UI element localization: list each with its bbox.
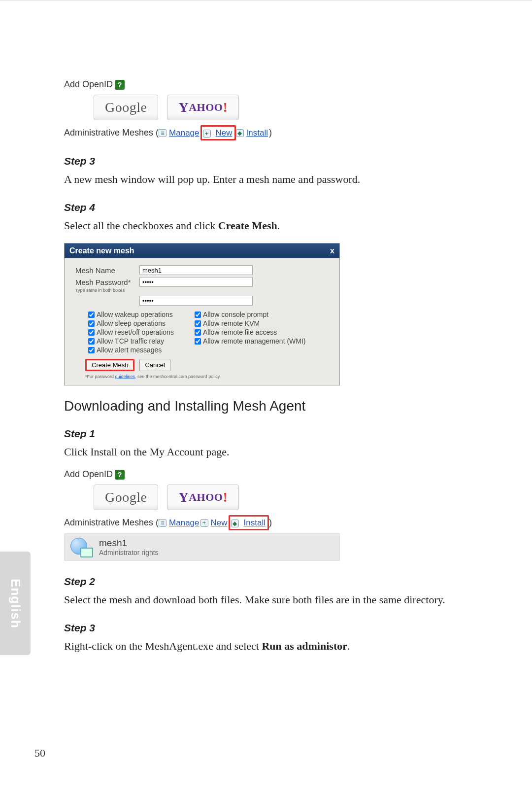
manage-icon-2: ≡	[159, 519, 166, 527]
install-icon: ◆	[236, 129, 244, 137]
b-step3-label: Step 3	[64, 622, 478, 634]
new-link-highlight: + New	[200, 125, 236, 140]
help-icon: ?	[115, 80, 125, 90]
plus-icon-2: +	[200, 519, 208, 527]
mesh-role: Administrator rights	[99, 549, 159, 556]
yahoo-button-2[interactable]: YAHOO!	[167, 485, 239, 510]
new-link-2[interactable]: New	[210, 518, 229, 528]
checkbox-grid: Allow wakeup operations Allow console pr…	[88, 311, 332, 354]
chk-alert[interactable]	[88, 347, 95, 353]
chk-kvm[interactable]	[195, 320, 201, 327]
figure-openid-install: Add OpenID ? Google YAHOO! Administrativ…	[64, 469, 320, 561]
yahoo-y: Y	[178, 100, 189, 115]
install-link-highlight: ◆ Install	[229, 515, 269, 530]
mesh-icon	[69, 537, 93, 557]
step3-text: A new mesh window will pop up. Enter a m…	[64, 171, 478, 188]
create-mesh-dialog: Create new mesh x Mesh Name Mesh Passwor…	[64, 243, 340, 385]
monitor-icon	[80, 548, 93, 557]
admin-meshes-label: Administrative Meshes (	[64, 128, 159, 138]
cancel-button[interactable]: Cancel	[139, 359, 170, 371]
language-tab: English	[0, 552, 31, 655]
install-icon-2: ◆	[231, 520, 239, 527]
chk-wmi[interactable]	[195, 338, 201, 345]
step4-bold: Create Mesh	[218, 219, 277, 232]
dialog-body: Mesh Name Mesh Password* Type same in bo…	[65, 258, 339, 379]
section-heading: Downloading and Installing Mesh Agent	[64, 398, 478, 414]
help-icon-2: ?	[115, 470, 125, 480]
chk-wakeup[interactable]	[88, 312, 95, 318]
mesh-password-input-2[interactable]	[139, 296, 253, 306]
step4-pre: Select all the checkboxes and click	[64, 219, 218, 232]
document-page: Add OpenID ? Google YAHOO! Administrativ…	[0, 25, 532, 655]
chk-sleep[interactable]	[88, 320, 95, 327]
password-hint: Type same in both boxes	[75, 288, 332, 293]
admin-meshes-row: Administrative Meshes ( ≡ Manage + New ◆…	[64, 125, 320, 140]
mesh-password-label: Mesh Password*	[75, 278, 139, 286]
dialog-footnote: *For password guidelines, see the meshce…	[85, 374, 332, 379]
add-openid-row-2: Add OpenID ?	[64, 469, 320, 480]
install-link-2[interactable]: Install	[243, 518, 266, 528]
chk-console[interactable]	[195, 312, 201, 318]
add-openid-label-2: Add OpenID	[64, 469, 113, 480]
mesh-name-input[interactable]	[139, 265, 253, 275]
provider-buttons: Google YAHOO!	[94, 95, 320, 120]
add-openid-label: Add OpenID	[64, 79, 113, 90]
yahoo-mid: AHOO	[189, 101, 223, 114]
step4-post: .	[277, 219, 280, 232]
step4-text: Select all the checkboxes and click Crea…	[64, 217, 478, 234]
language-label: English	[8, 579, 23, 628]
b-step2-text: Select the mesh and download both files.…	[64, 591, 478, 608]
manage-icon: ≡	[159, 129, 166, 137]
b-step1-text: Click Install on the My Account page.	[64, 444, 478, 460]
close-icon[interactable]: x	[330, 246, 334, 255]
page-number: 50	[34, 747, 45, 760]
dialog-title: Create new mesh	[69, 246, 134, 255]
google-button-2[interactable]: Google	[94, 485, 158, 510]
figure-openid-new: Add OpenID ? Google YAHOO! Administrativ…	[64, 79, 320, 140]
guidelines-link[interactable]: guidelines	[115, 374, 135, 379]
install-link[interactable]: Install	[245, 128, 269, 138]
dialog-titlebar: Create new mesh x	[65, 243, 339, 258]
mesh-name-label: Mesh Name	[75, 266, 139, 275]
step4-label: Step 4	[64, 202, 478, 213]
yahoo-bang: !	[223, 100, 228, 115]
chk-reset[interactable]	[88, 329, 95, 336]
new-link[interactable]: New	[215, 128, 233, 138]
b-step3-bold: Run as administor	[262, 640, 347, 652]
chk-tcp[interactable]	[88, 338, 95, 345]
chk-file[interactable]	[195, 329, 201, 336]
manage-link[interactable]: Manage	[168, 128, 200, 138]
b-step3-text: Right-click on the MeshAgent.exe and sel…	[64, 638, 478, 655]
mesh-entry[interactable]: mesh1 Administrator rights	[64, 533, 340, 561]
plus-icon: +	[203, 130, 211, 138]
admin-meshes-suffix: )	[269, 128, 272, 138]
yahoo-button[interactable]: YAHOO!	[167, 95, 239, 120]
mesh-password-input-1[interactable]	[139, 277, 253, 287]
b-step1-label: Step 1	[64, 428, 478, 440]
google-button[interactable]: Google	[94, 95, 158, 120]
manage-link-2[interactable]: Manage	[168, 518, 200, 528]
add-openid-row: Add OpenID ?	[64, 79, 320, 90]
mesh-name: mesh1	[99, 538, 159, 549]
create-mesh-button[interactable]: Create Mesh	[85, 359, 134, 371]
b-step2-label: Step 2	[64, 576, 478, 588]
step3-label: Step 3	[64, 155, 478, 167]
